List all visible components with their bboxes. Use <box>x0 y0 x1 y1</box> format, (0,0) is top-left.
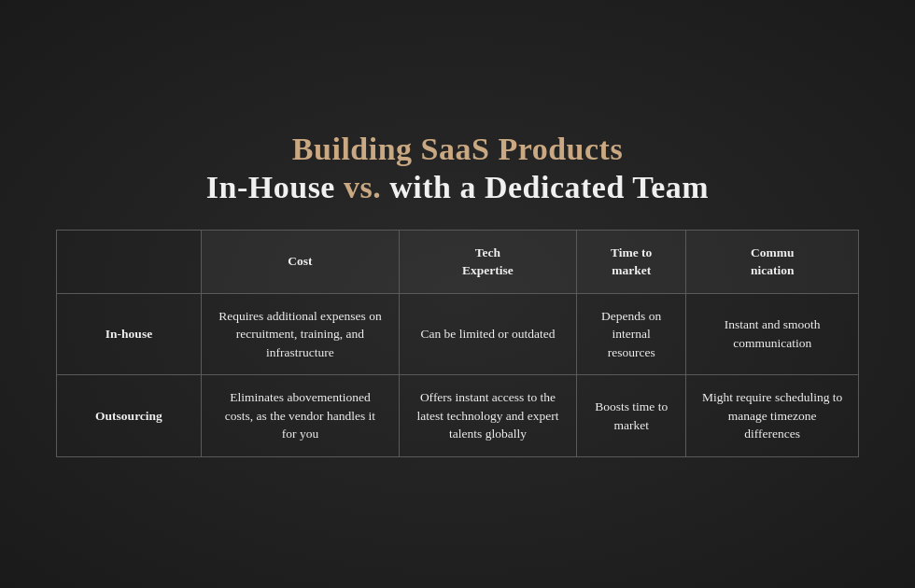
outsourcing-comm: Might require scheduling to manage timez… <box>686 375 859 457</box>
outsourcing-cost: Eliminates abovementioned costs, as the … <box>202 375 400 457</box>
title-line1: Building SaaS Products <box>206 131 709 169</box>
title-line2: In-House vs. with a Dedicated Team <box>206 169 709 207</box>
table-row-outsourcing: Outsourcing Eliminates abovementioned co… <box>57 375 859 457</box>
title-inhouse: In-House <box>206 170 344 204</box>
inhouse-tech: Can be limited or outdated <box>399 293 576 375</box>
col-header-time: Time tomarket <box>577 230 686 293</box>
table-row-inhouse: In-house Requires additional expenses on… <box>57 293 859 375</box>
title-vs: vs. <box>344 170 381 204</box>
outsourcing-time: Boosts time to market <box>577 375 686 457</box>
col-header-comm: Commu­nication <box>686 230 859 293</box>
row-label-outsourcing: Outsourcing <box>57 375 202 457</box>
outsourcing-tech: Offers instant access to the latest tech… <box>399 375 576 457</box>
title-dedicated: with a Dedicated Team <box>381 170 709 204</box>
inhouse-comm: Instant and smooth communication <box>686 293 859 375</box>
page-header: Building SaaS Products In-House vs. with… <box>206 131 709 207</box>
row-label-inhouse: In-house <box>57 293 202 375</box>
empty-header-cell <box>57 230 202 293</box>
comparison-table: Cost TechExpertise Time tomarket Commu­n… <box>56 230 859 458</box>
inhouse-cost: Requires additional expenses on recruitm… <box>202 293 400 375</box>
col-header-cost: Cost <box>202 230 400 293</box>
inhouse-time: Depends on internal resources <box>577 293 686 375</box>
col-header-tech: TechExpertise <box>399 230 576 293</box>
column-header-row: Cost TechExpertise Time tomarket Commu­n… <box>57 230 859 293</box>
